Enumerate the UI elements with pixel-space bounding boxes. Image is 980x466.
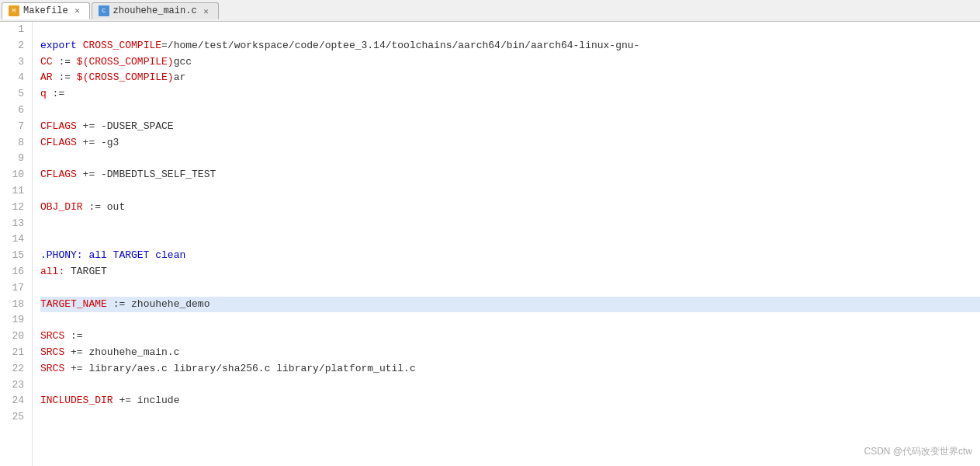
line-number: 19: [4, 312, 24, 329]
line-number: 1: [4, 22, 24, 38]
code-line: .PHONY: all TARGET clean: [40, 248, 980, 264]
code-line: TARGET_NAME := zhouhehe_demo: [40, 297, 980, 313]
code-line: [40, 280, 980, 297]
code-line: AR := $(CROSS_COMPILE)ar: [40, 70, 980, 86]
watermark: CSDN @代码改变世界ctw: [864, 445, 972, 458]
code-line: q :=: [40, 86, 980, 103]
line-number: 14: [4, 231, 24, 248]
code-line: CC := $(CROSS_COMPILE)gcc: [40, 54, 980, 71]
code-line: CFLAGS += -g3: [40, 135, 980, 151]
code-line: SRCS += zhouhehe_main.c: [40, 345, 980, 361]
code-content[interactable]: export CROSS_COMPILE=/home/test/workspac…: [33, 22, 980, 466]
code-line: [40, 216, 980, 232]
tab-zhouhehe-main-c[interactable]: C zhouhehe_main.c ✕: [92, 2, 219, 19]
code-line: [40, 183, 980, 200]
line-number: 25: [4, 409, 24, 426]
line-number: 24: [4, 393, 24, 409]
line-number: 16: [4, 264, 24, 280]
code-line: CFLAGS += -DMBEDTLS_SELF_TEST: [40, 167, 980, 183]
tab-zhouhehe-close[interactable]: ✕: [201, 5, 212, 16]
line-number: 7: [4, 119, 24, 135]
code-line: [40, 312, 980, 329]
line-number: 23: [4, 377, 24, 394]
code-line: [40, 231, 980, 248]
line-number: 12: [4, 200, 24, 216]
line-number: 15: [4, 248, 24, 264]
code-line: [40, 22, 980, 38]
line-number: 13: [4, 216, 24, 232]
line-number: 9: [4, 151, 24, 167]
code-line: CFLAGS += -DUSER_SPACE: [40, 119, 980, 135]
code-line: export CROSS_COMPILE=/home/test/workspac…: [40, 38, 980, 54]
line-number: 18: [4, 297, 24, 313]
line-number: 11: [4, 183, 24, 200]
tab-makefile[interactable]: M Makefile ✕: [2, 2, 90, 19]
line-number: 22: [4, 361, 24, 377]
tab-makefile-close[interactable]: ✕: [72, 5, 83, 16]
c-file-icon: C: [99, 5, 109, 16]
code-line: [40, 409, 980, 426]
code-line: OBJ_DIR := out: [40, 200, 980, 216]
code-line: [40, 151, 980, 167]
code-line: [40, 103, 980, 119]
code-line: all: TARGET: [40, 264, 980, 280]
line-number: 4: [4, 70, 24, 86]
line-number: 6: [4, 103, 24, 119]
line-number: 3: [4, 54, 24, 71]
tab-makefile-label: Makefile: [23, 5, 68, 16]
code-line: INCLUDES_DIR += include: [40, 393, 980, 409]
line-numbers: 1234567891011121314151617181920212223242…: [0, 22, 33, 466]
code-line: SRCS += library/aes.c library/sha256.c l…: [40, 361, 980, 377]
editor-area: 1234567891011121314151617181920212223242…: [0, 22, 980, 466]
code-line: [40, 377, 980, 394]
line-number: 8: [4, 135, 24, 151]
line-number: 20: [4, 329, 24, 345]
line-number: 10: [4, 167, 24, 183]
line-number: 17: [4, 280, 24, 297]
code-line: SRCS :=: [40, 329, 980, 345]
line-number: 5: [4, 86, 24, 103]
makefile-file-icon: M: [9, 5, 19, 16]
line-number: 2: [4, 38, 24, 54]
line-number: 21: [4, 345, 24, 361]
tab-bar: M Makefile ✕ C zhouhehe_main.c ✕: [0, 0, 980, 22]
tab-zhouhehe-label: zhouhehe_main.c: [113, 5, 197, 16]
